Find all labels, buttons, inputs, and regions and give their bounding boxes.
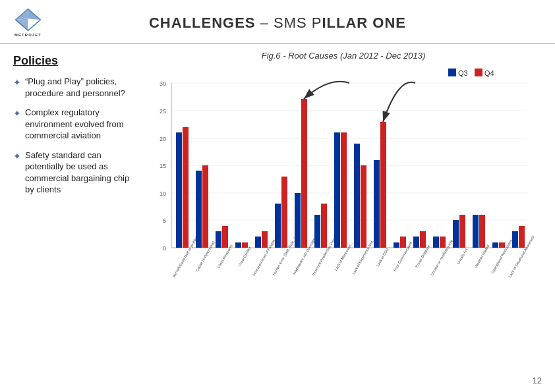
svg-marker-2: [16, 18, 28, 30]
svg-text:0: 0: [163, 245, 166, 252]
bar-q4: [321, 204, 327, 248]
main-content: Policies ✦ “Plug and Play” policies, pro…: [0, 44, 555, 310]
bar-q3: [433, 237, 439, 248]
list-item: ✦ “Plug and Play” policies, procedure an…: [13, 76, 138, 99]
bar-q4: [202, 165, 208, 248]
bullet-icon-2: ✦: [13, 107, 21, 120]
bar-q3: [235, 242, 241, 248]
page-title: CHALLENGES – SMS PILLAR ONE: [99, 14, 542, 32]
bar-q4: [361, 165, 366, 248]
title-main: CHALLENGES: [149, 14, 256, 31]
bar-q3: [314, 215, 320, 248]
bar-q3: [255, 237, 261, 248]
legend-q4-swatch: [475, 69, 482, 76]
svg-text:Unsafe Act: Unsafe Act: [456, 248, 469, 265]
bar-q3: [394, 242, 399, 248]
bar-q4: [183, 127, 189, 248]
page-number: 12: [533, 376, 542, 385]
arrow-2: [383, 82, 415, 122]
bar-q4: [519, 226, 525, 248]
bar-q4: [222, 226, 228, 248]
arrow-1: [304, 82, 349, 99]
bullet-text-1: “Plug and Play” policies, procedure and …: [25, 76, 138, 99]
legend-q3-swatch: [448, 69, 456, 76]
bar-q3: [176, 132, 182, 248]
bar-q3: [196, 171, 202, 248]
title-ne: NE: [384, 14, 406, 31]
chart-title: Fig.6 - Root Causes (Jan 2012 - Dec 2013…: [145, 51, 542, 61]
svg-text:10: 10: [160, 190, 166, 197]
svg-marker-1: [28, 9, 41, 20]
header: METROJET CHALLENGES – SMS PILLAR ONE: [0, 0, 555, 44]
bullet-list: ✦ “Plug and Play” policies, procedure an…: [13, 76, 138, 196]
bar-q4: [242, 242, 248, 248]
bar-q3: [374, 160, 380, 248]
bar-q4: [420, 231, 426, 248]
section-title: Policies: [13, 54, 138, 68]
bullet-text-3: Safety standard can potentially be used …: [25, 150, 138, 196]
chart-panel: Fig.6 - Root Causes (Jan 2012 - Dec 2013…: [145, 51, 542, 307]
svg-text:30: 30: [160, 80, 166, 87]
title-pillar: ILLAR O: [322, 14, 384, 31]
bar-q3: [453, 220, 459, 248]
svg-text:25: 25: [160, 108, 166, 115]
bar-q4: [479, 215, 485, 248]
bar-q3: [334, 132, 340, 248]
left-panel: Policies ✦ “Plug and Play” policies, pro…: [13, 51, 138, 307]
bar-q4: [281, 177, 287, 248]
bar-q4: [262, 231, 268, 248]
bar-chart: Q3 Q4 0 5 10 15 20: [145, 63, 534, 307]
bullet-icon-3: ✦: [13, 150, 21, 163]
svg-text:20: 20: [160, 136, 166, 142]
list-item: ✦ Complex regulatory environment evolved…: [13, 107, 138, 142]
svg-text:Crew Conflict: Crew Conflict: [237, 246, 252, 267]
svg-text:5: 5: [163, 217, 166, 224]
logo-area: METROJET: [13, 8, 99, 38]
bar-q4: [400, 237, 406, 248]
list-item: ✦ Safety standard can potentially be use…: [13, 150, 138, 196]
bar-q3: [216, 231, 221, 248]
bar-q3: [275, 204, 281, 248]
legend-q4-label: Q4: [484, 69, 494, 77]
bar-q3: [492, 242, 498, 248]
title-separator: – SMS P: [256, 14, 322, 31]
bar-q4: [499, 242, 505, 248]
logo-text: METROJET: [15, 33, 42, 37]
bar-q3: [295, 193, 301, 248]
bar-q3: [413, 237, 419, 248]
bar-q4: [301, 99, 307, 248]
bullet-icon-1: ✦: [13, 76, 21, 89]
bar-q4: [341, 132, 347, 248]
bar-q3: [473, 215, 479, 248]
svg-text:15: 15: [160, 163, 166, 169]
metrojet-logo-icon: METROJET: [13, 8, 43, 38]
svg-text:Lack of SOP...: Lack of SOP...: [376, 245, 391, 267]
bar-q3: [354, 144, 360, 248]
bar-q3: [512, 231, 518, 248]
bar-q4: [380, 122, 386, 248]
legend-q3-label: Q3: [458, 69, 468, 77]
bullet-text-2: Complex regulatory environment evolved f…: [25, 107, 138, 142]
bar-q4: [440, 237, 446, 248]
bar-q4: [459, 215, 465, 248]
chart-container: Q3 Q4 0 5 10 15 20: [145, 63, 542, 307]
